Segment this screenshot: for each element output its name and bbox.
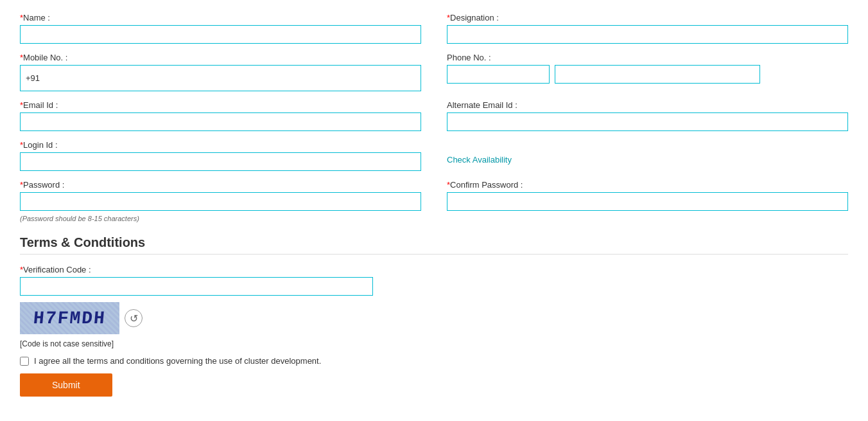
email-label: *Email Id : <box>20 100 421 110</box>
row-name-designation: *Name : *Designation : <box>20 13 848 44</box>
captcha-container: H7FMDH ↺ <box>20 302 379 334</box>
terms-title: Terms & Condtitions <box>20 235 848 250</box>
phone-group: Phone No. : <box>447 53 848 91</box>
phone-input-1[interactable] <box>447 65 550 84</box>
login-label: *Login Id : <box>20 140 421 150</box>
verification-group: *Verification Code : H7FMDH ↺ [Code is n… <box>20 265 379 348</box>
login-input[interactable] <box>20 152 421 171</box>
terms-row: I agree all the terms and conditions gov… <box>20 356 848 366</box>
confirm-password-label: *Confirm Password : <box>447 180 848 190</box>
row-mobile-phone: *Mobile No. : +91 Phone No. : <box>20 53 848 91</box>
designation-group: *Designation : <box>447 13 848 44</box>
password-label: *Password : <box>20 180 421 190</box>
confirm-password-input[interactable] <box>447 192 848 211</box>
row-email-altemail: *Email Id : Alternate Email Id : <box>20 100 848 131</box>
password-hint: (Password should be 8-15 characters) <box>20 215 421 222</box>
mobile-label: *Mobile No. : <box>20 53 421 62</box>
alt-email-input[interactable] <box>447 112 848 131</box>
terms-text: I agree all the terms and conditions gov… <box>34 356 321 366</box>
password-group: *Password : (Password should be 8-15 cha… <box>20 180 421 222</box>
mobile-input[interactable] <box>40 69 200 87</box>
captcha-text: H7FMDH <box>33 309 107 328</box>
case-note: [Code is not case sensitive] <box>20 339 379 348</box>
alt-email-group: Alternate Email Id : <box>447 100 848 131</box>
check-availability-link[interactable]: Check Availability <box>447 155 848 165</box>
check-availability-group: Check Availability <box>447 140 848 171</box>
name-label: *Name : <box>20 13 421 22</box>
registration-form: *Name : *Designation : *Mobile No. : +91… <box>20 13 848 397</box>
designation-input[interactable] <box>447 25 848 44</box>
phone-label: Phone No. : <box>447 53 848 62</box>
verification-input[interactable] <box>20 277 373 296</box>
mobile-prefix-container: +91 <box>20 65 421 91</box>
row-login: *Login Id : Check Availability <box>20 140 848 171</box>
check-availability-spacer <box>447 140 848 150</box>
mobile-prefix-text: +91 <box>26 73 40 83</box>
captcha-image: H7FMDH <box>20 302 119 334</box>
name-input[interactable] <box>20 25 421 44</box>
terms-checkbox[interactable] <box>20 357 29 366</box>
submit-button[interactable]: Submit <box>20 373 112 397</box>
designation-label: *Designation : <box>447 13 848 22</box>
terms-divider <box>20 254 848 255</box>
email-input[interactable] <box>20 112 421 131</box>
password-input[interactable] <box>20 192 421 211</box>
name-group: *Name : <box>20 13 421 44</box>
mobile-group: *Mobile No. : +91 <box>20 53 421 91</box>
captcha-refresh-button[interactable]: ↺ <box>125 309 143 327</box>
email-group: *Email Id : <box>20 100 421 131</box>
phone-inputs <box>447 65 848 84</box>
verification-label: *Verification Code : <box>20 265 379 274</box>
confirm-password-group: *Confirm Password : <box>447 180 848 222</box>
row-password: *Password : (Password should be 8-15 cha… <box>20 180 848 222</box>
login-group: *Login Id : <box>20 140 421 171</box>
phone-input-2[interactable] <box>555 65 760 84</box>
alt-email-label: Alternate Email Id : <box>447 100 848 110</box>
